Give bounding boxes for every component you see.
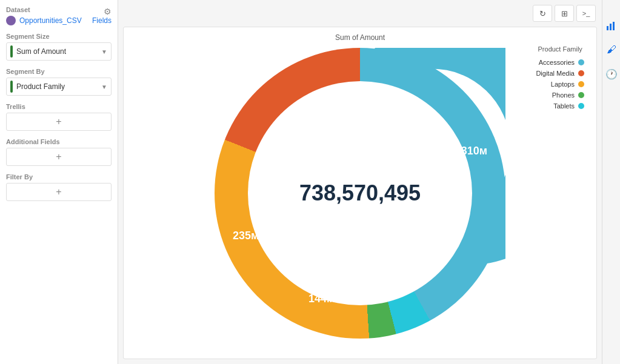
additional-fields-add-button[interactable]: + — [6, 148, 112, 166]
refresh-button[interactable]: ↻ — [533, 5, 552, 22]
segment-by-label: Segment By — [6, 68, 112, 75]
top-toolbar: ↻ ⊞ >_ — [118, 0, 602, 27]
label-310m: 310м — [461, 145, 487, 157]
dataset-label: Dataset — [6, 6, 112, 13]
label-235m: 235м — [233, 230, 259, 242]
right-toolbar: 🖌 🕐 — [602, 0, 620, 364]
legend-item-tablets: Tablets — [536, 102, 584, 110]
segment-size-arrow: ▼ — [101, 48, 107, 55]
label-144m: 144м — [308, 293, 335, 305]
grid-button[interactable]: ⊞ — [555, 5, 574, 22]
legend-dot-laptops — [578, 81, 584, 87]
dataset-row: Opportunities_CSV Fields — [6, 16, 112, 25]
legend-dot-phones — [578, 92, 584, 98]
legend-item-digital-media: Digital Media — [536, 70, 584, 77]
segment-by-value: Product Family — [16, 82, 101, 91]
gear-icon[interactable]: ⚙ — [104, 6, 112, 17]
history-button[interactable]: 🕐 — [604, 67, 619, 81]
dataset-icon — [6, 16, 16, 25]
legend-dot-digital-media — [578, 70, 584, 76]
trellis-add-button[interactable]: + — [6, 113, 112, 131]
additional-fields-label: Additional Fields — [6, 138, 112, 145]
segment-by-color-bar — [10, 81, 13, 93]
center-value: 738,570,495 — [299, 180, 421, 206]
additional-fields-section: Additional Fields + — [6, 138, 112, 166]
segment-by-arrow: ▼ — [101, 84, 107, 90]
legend-item-phones: Phones — [536, 91, 584, 99]
legend-item-laptops: Laptops — [536, 81, 584, 88]
dataset-section: Dataset Opportunities_CSV Fields — [6, 6, 112, 25]
paint-button[interactable]: 🖌 — [604, 42, 619, 57]
filter-by-section: Filter By + — [6, 173, 112, 201]
filter-by-label: Filter By — [6, 173, 112, 180]
trellis-section: Trellis + — [6, 103, 112, 131]
donut-chart[interactable]: 310м 235м 144м 738,570,495 — [215, 48, 505, 339]
left-panel: ⚙ Dataset Opportunities_CSV Fields Segme… — [0, 0, 118, 364]
chart-title: Sum of Amount — [335, 33, 385, 42]
segment-by-dropdown[interactable]: Product Family ▼ — [6, 78, 112, 96]
svg-point-0 — [8, 18, 14, 24]
legend-dot-accessories — [578, 59, 584, 65]
trellis-label: Trellis — [6, 103, 112, 110]
code-button[interactable]: >_ — [576, 5, 596, 22]
legend-label-accessories: Accessories — [539, 59, 575, 66]
segment-size-value: Sum of Amount — [16, 47, 101, 56]
chart-container: Sum of Amount Product Family Accessories… — [123, 27, 597, 359]
segment-size-color-bar — [10, 45, 13, 58]
filter-by-add-button[interactable]: + — [6, 183, 112, 201]
legend-label-tablets: Tablets — [553, 102, 575, 110]
dataset-name[interactable]: Opportunities_CSV — [19, 16, 82, 25]
legend-label-digital-media: Digital Media — [536, 70, 575, 77]
segment-size-dropdown[interactable]: Sum of Amount ▼ — [6, 42, 112, 61]
fields-link[interactable]: Fields — [92, 16, 112, 25]
legend-item-accessories: Accessories — [536, 59, 584, 66]
segment-by-section: Segment By Product Family ▼ — [6, 68, 112, 96]
svg-rect-2 — [610, 24, 612, 30]
main-area: ↻ ⊞ >_ Sum of Amount Product Family Acce… — [118, 0, 602, 364]
legend: Product Family Accessories Digital Media… — [536, 45, 584, 110]
legend-label-phones: Phones — [552, 91, 575, 99]
segment-size-section: Segment Size Sum of Amount ▼ — [6, 33, 112, 61]
legend-dot-tablets — [578, 103, 584, 109]
svg-rect-3 — [613, 22, 615, 30]
svg-rect-1 — [607, 26, 608, 30]
legend-label-laptops: Laptops — [551, 81, 575, 88]
legend-title: Product Family — [536, 45, 584, 53]
chart-type-button[interactable] — [604, 18, 619, 33]
segment-size-label: Segment Size — [6, 33, 112, 40]
